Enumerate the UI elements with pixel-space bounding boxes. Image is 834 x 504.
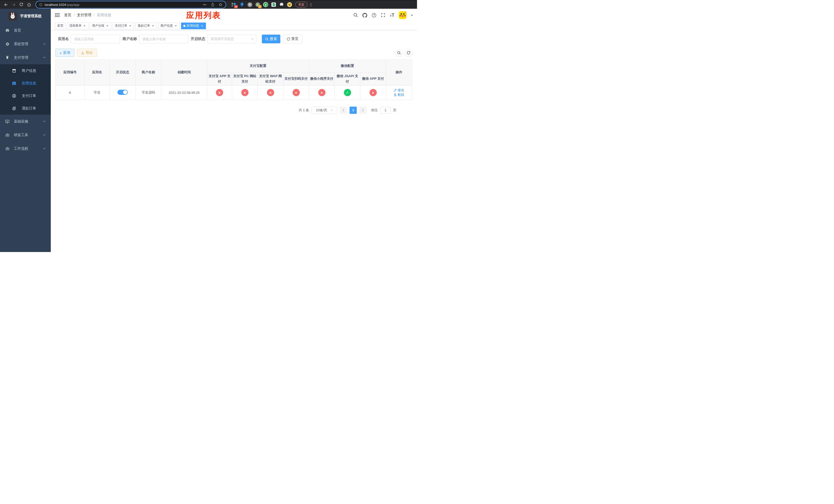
- chevron-down-icon: [251, 38, 254, 40]
- chevron-down-icon: [43, 120, 46, 122]
- password-key-icon[interactable]: [203, 3, 207, 7]
- font-size-icon[interactable]: TT: [390, 13, 394, 18]
- help-icon[interactable]: ?: [372, 13, 376, 18]
- add-button[interactable]: + 新增: [56, 49, 74, 57]
- edit-button[interactable]: 修改: [394, 88, 404, 93]
- goto-page-input[interactable]: [380, 107, 391, 114]
- col-alipay-wap: 支付宝 WAP 网站支付: [258, 72, 283, 86]
- tab-refund-orders[interactable]: 退款订单×: [135, 23, 157, 29]
- app-name-input[interactable]: [71, 35, 120, 43]
- next-page-button[interactable]: [359, 107, 367, 114]
- extension-monkey-icon[interactable]: 10: [231, 2, 237, 7]
- prev-page-button[interactable]: [340, 107, 347, 114]
- col-status: 开启状态: [110, 60, 136, 86]
- fullscreen-icon[interactable]: [381, 13, 386, 18]
- copy-icon: [12, 107, 16, 111]
- address-bar[interactable]: localhost:1024/pay/app: [36, 1, 226, 8]
- tab-app-info[interactable]: 应用信息×: [181, 23, 206, 29]
- extension-command-icon[interactable]: ⌘: [247, 2, 253, 7]
- cell-wechat-lite: ×: [309, 85, 335, 100]
- sidebar-item-label: 研发工具: [14, 133, 28, 137]
- share-icon[interactable]: [211, 3, 215, 7]
- sidebar-item-pay-orders[interactable]: 支付订单: [0, 90, 51, 102]
- sidebar-item-app-info[interactable]: 应用信息: [0, 77, 51, 90]
- refresh-icon: [407, 51, 410, 54]
- sidebar-collapse-button[interactable]: [55, 13, 60, 17]
- gear-icon: [5, 42, 9, 46]
- browser-menu-button[interactable]: [309, 2, 313, 7]
- chrome-update-button[interactable]: 更新: [295, 2, 307, 7]
- cell-merchant-name: 芋道源码: [136, 85, 161, 100]
- github-icon[interactable]: [363, 13, 367, 18]
- browser-forward-button[interactable]: [10, 1, 17, 8]
- close-icon[interactable]: ×: [151, 24, 155, 27]
- export-button[interactable]: 导出: [77, 49, 97, 57]
- sidebar-item-home[interactable]: 首页: [0, 24, 51, 37]
- delete-button[interactable]: 删除: [394, 93, 404, 97]
- sidebar-item-dev-tools[interactable]: 研发工具: [0, 128, 51, 142]
- close-icon[interactable]: ×: [106, 24, 109, 27]
- active-tab-dot: [183, 25, 185, 27]
- close-icon[interactable]: ×: [129, 24, 132, 27]
- disabled-status-icon: ×: [318, 89, 326, 96]
- sidebar-item-infrastructure[interactable]: 基础设施: [0, 115, 51, 128]
- profile-emoji-icon[interactable]: [287, 2, 292, 7]
- search-button[interactable]: 搜索: [262, 35, 280, 43]
- page-unit-label: 页: [393, 108, 396, 113]
- cell-created-at: 2021-10-23 08:49:25: [161, 85, 207, 100]
- tab-user-group[interactable]: 用户分组×: [90, 23, 111, 29]
- navbar: 首页 / 支付管理 / 应用信息 应用列表 ?: [51, 9, 417, 22]
- close-icon[interactable]: ×: [174, 24, 177, 27]
- sidebar-item-label: 基础设施: [14, 119, 28, 124]
- close-icon[interactable]: ×: [200, 24, 204, 27]
- extension-proxy-icon[interactable]: 1: [255, 2, 260, 7]
- status-toggle[interactable]: [117, 90, 128, 95]
- browser-back-button[interactable]: [3, 1, 9, 8]
- sidebar-item-label: 退款订单: [22, 106, 36, 111]
- bookmark-star-icon[interactable]: [219, 3, 223, 7]
- sidebar-submenu-payment: 商户信息 应用信息 支付订单: [0, 64, 51, 115]
- monitor-icon: [5, 119, 9, 123]
- user-menu-caret-icon[interactable]: [411, 15, 413, 17]
- sidebar-item-merchant-info[interactable]: 商户信息: [0, 64, 51, 77]
- extension-notes-icon[interactable]: [271, 2, 276, 7]
- breadcrumb-home[interactable]: 首页: [64, 13, 71, 18]
- sidebar-logo[interactable]: 芋道管理系统: [0, 9, 51, 24]
- toolbox-icon: [5, 133, 9, 137]
- extension-badge: 1: [258, 5, 262, 8]
- breadcrumb-payment[interactable]: 支付管理: [77, 13, 91, 18]
- yen-icon: ¥: [5, 55, 9, 60]
- extension-kite-icon[interactable]: [239, 2, 244, 7]
- extension-y-icon[interactable]: y: [263, 2, 268, 7]
- sidebar-item-refund-orders[interactable]: 退款订单: [0, 102, 51, 115]
- reset-button[interactable]: 重置: [283, 35, 302, 43]
- page-size-select[interactable]: 10条/页: [312, 107, 337, 114]
- tab-home[interactable]: 首页: [55, 23, 66, 29]
- header-search-icon[interactable]: [353, 13, 358, 18]
- trash-icon: [394, 93, 397, 96]
- sidebar-item-payment[interactable]: ¥ 支付管理: [0, 51, 51, 64]
- tab-merchant-info[interactable]: 商户信息×: [158, 23, 180, 29]
- extensions-puzzle-icon[interactable]: [279, 2, 284, 7]
- tab-process-form[interactable]: 流程表单×: [67, 23, 88, 29]
- merchant-name-input[interactable]: [139, 35, 188, 43]
- site-info-icon[interactable]: [39, 3, 43, 6]
- filter-form: 应用名 商户名称 开启状态 请选择开启状态 搜索 重置: [56, 35, 412, 43]
- update-label: 更新: [298, 3, 304, 7]
- browser-home-button[interactable]: [26, 1, 32, 8]
- toggle-search-button[interactable]: [395, 49, 403, 57]
- tab-pay-orders[interactable]: 支付订单×: [113, 23, 134, 29]
- sidebar-item-system[interactable]: 系统管理: [0, 37, 51, 51]
- page-number-button[interactable]: 1: [350, 107, 357, 114]
- user-avatar[interactable]: [399, 11, 407, 19]
- cell-alipay-pc: ×: [232, 85, 258, 100]
- green-doc-icon: [271, 2, 276, 7]
- sidebar-item-label: 支付订单: [22, 94, 36, 98]
- cell-wechat-app: ×: [360, 85, 386, 100]
- close-icon[interactable]: ×: [83, 24, 86, 27]
- app-frame: 芋道管理系统 首页 系统管理 ¥ 支付管理: [0, 9, 417, 252]
- refresh-table-button[interactable]: [404, 49, 412, 57]
- status-select[interactable]: 请选择开启状态: [207, 35, 257, 43]
- sidebar-item-workflow[interactable]: 工作流程: [0, 142, 51, 155]
- browser-refresh-button[interactable]: [18, 1, 25, 8]
